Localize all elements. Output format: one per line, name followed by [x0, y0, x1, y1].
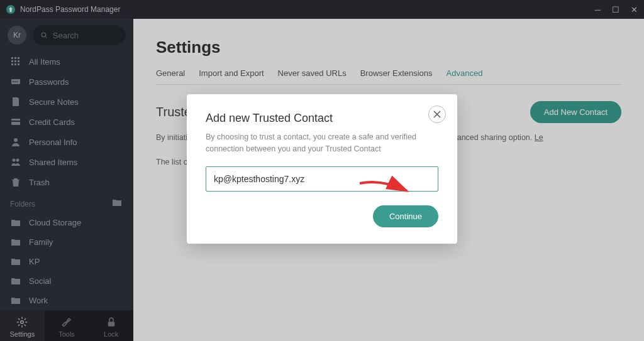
modal-description: By choosing to trust a contact, you crea… — [206, 131, 438, 155]
modal-overlay[interactable]: Add new Trusted Contact By choosing to t… — [0, 0, 644, 341]
continue-button[interactable]: Continue — [373, 205, 438, 227]
modal-title: Add new Trusted Contact — [206, 112, 438, 125]
add-contact-modal: Add new Trusted Contact By choosing to t… — [187, 94, 457, 244]
close-modal-button[interactable] — [428, 106, 446, 123]
contact-email-input[interactable] — [206, 166, 438, 192]
close-icon — [433, 111, 441, 118]
